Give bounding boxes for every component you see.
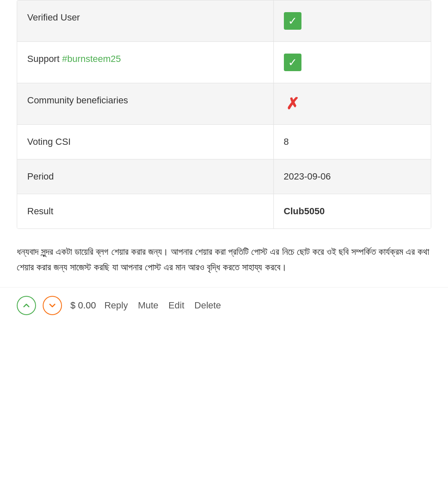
cell-label-period: Period <box>17 159 274 194</box>
table-row: Voting CSI 8 <box>17 125 431 159</box>
table-row: Support #burnsteem25 ✓ <box>17 42 431 83</box>
comment-body: ধন্যবাদ সুন্দর একটা ডায়েরি ব্লগ শেয়ার … <box>0 229 448 287</box>
cell-label-community-beneficiaries: Community beneficiaries <box>17 83 274 124</box>
cell-value-community-beneficiaries: ✗ <box>274 83 431 124</box>
table-row: Result Club5050 <box>17 194 431 228</box>
cell-label-voting-csi: Voting CSI <box>17 125 274 159</box>
cell-value-burnsteem: ✓ <box>274 42 431 83</box>
comment-text-content: ধন্যবাদ সুন্দর একটা ডায়েরি ব্লগ শেয়ার … <box>17 246 429 272</box>
period-label: Period <box>27 171 54 182</box>
downvote-button[interactable] <box>43 296 62 315</box>
table-row: Verified User ✓ <box>17 0 431 42</box>
edit-button[interactable]: Edit <box>167 300 186 311</box>
cell-value-verified-user: ✓ <box>274 0 431 41</box>
vote-amount: $ 0.00 <box>70 300 96 311</box>
period-value: 2023-09-06 <box>284 171 331 182</box>
voting-csi-label: Voting CSI <box>27 136 71 147</box>
verified-user-label: Verified User <box>27 12 80 23</box>
cell-label-result: Result <box>17 194 274 228</box>
result-label: Result <box>27 206 53 216</box>
table-row: Period 2023-09-06 <box>17 159 431 194</box>
check-icon: ✓ <box>284 12 301 30</box>
burnsteem-hashtag[interactable]: #burnsteem25 <box>62 54 121 64</box>
chevron-up-icon <box>23 302 30 309</box>
cross-icon: ✗ <box>284 95 301 113</box>
cell-label-verified-user: Verified User <box>17 0 274 41</box>
mute-button[interactable]: Mute <box>136 300 160 311</box>
result-value: Club5050 <box>284 206 325 217</box>
cell-label-burnsteem: Support #burnsteem25 <box>17 42 274 83</box>
check-icon: ✓ <box>284 54 301 71</box>
cell-value-period: 2023-09-06 <box>274 159 431 194</box>
cell-value-result: Club5050 <box>274 194 431 228</box>
action-bar: $ 0.00 Reply Mute Edit Delete <box>0 287 448 329</box>
delete-button[interactable]: Delete <box>193 300 223 311</box>
upvote-button[interactable] <box>17 296 36 315</box>
main-container: Verified User ✓ Support #burnsteem25 ✓ C… <box>0 0 448 329</box>
voting-csi-value: 8 <box>284 136 289 147</box>
table-row: Community beneficiaries ✗ <box>17 83 431 125</box>
community-beneficiaries-label: Community beneficiaries <box>27 95 128 105</box>
info-table: Verified User ✓ Support #burnsteem25 ✓ C… <box>17 0 431 229</box>
reply-button[interactable]: Reply <box>103 300 129 311</box>
chevron-down-icon <box>49 302 56 309</box>
cell-value-voting-csi: 8 <box>274 125 431 159</box>
